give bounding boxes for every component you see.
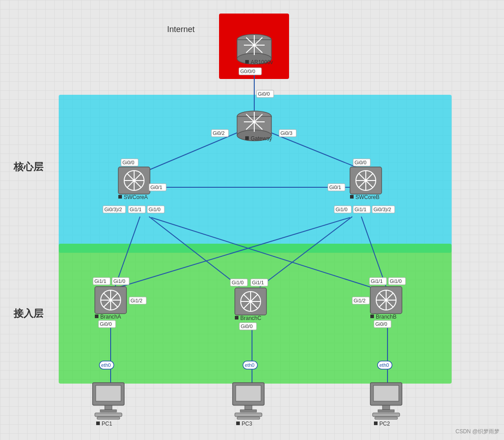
svg-text:Gi1/1: Gi1/1 <box>130 207 141 212</box>
svg-line-9 <box>120 218 350 287</box>
svg-line-8 <box>361 217 386 287</box>
svg-text:BranchA: BranchA <box>100 314 121 320</box>
svg-text:BranchB: BranchB <box>376 314 397 320</box>
diagram-svg: AR1000v G0/0/0 Gi0/0 Gateway Gi0/2 Gi0/3 <box>0 0 504 440</box>
svg-rect-136 <box>236 385 261 401</box>
svg-text:Gi0/0: Gi0/0 <box>258 91 270 97</box>
svg-text:Gi1/1: Gi1/1 <box>355 207 366 212</box>
svg-text:Gi1/0: Gi1/0 <box>149 207 160 212</box>
svg-rect-33 <box>245 136 249 140</box>
svg-rect-138 <box>240 410 257 412</box>
svg-rect-144 <box>373 385 399 401</box>
svg-text:Gi1/0: Gi1/0 <box>232 280 243 285</box>
svg-rect-130 <box>100 410 117 412</box>
svg-text:Gi0/0: Gi0/0 <box>241 324 252 329</box>
svg-text:eth0: eth0 <box>379 362 389 368</box>
svg-text:Gi1/0: Gi1/0 <box>336 207 347 212</box>
svg-text:G0/0/0: G0/0/0 <box>240 69 255 74</box>
svg-rect-129 <box>105 405 112 410</box>
svg-text:Gi1/0: Gi1/0 <box>113 278 125 284</box>
watermark: CSDN @织梦雨梦 <box>455 428 499 435</box>
svg-rect-145 <box>383 405 390 410</box>
svg-text:eth0: eth0 <box>245 362 254 368</box>
svg-text:Gi0/0: Gi0/0 <box>375 321 387 327</box>
svg-rect-20 <box>245 60 249 64</box>
svg-text:Gi0/0: Gi0/0 <box>355 160 366 165</box>
svg-rect-140 <box>237 417 260 419</box>
svg-text:Gi1/2: Gi1/2 <box>131 298 142 303</box>
svg-line-4 <box>149 217 239 287</box>
svg-text:SWCoreA: SWCoreA <box>124 194 148 200</box>
svg-text:Gateway: Gateway <box>251 135 272 142</box>
svg-text:Gi1/1: Gi1/1 <box>94 278 106 284</box>
svg-rect-141 <box>236 421 240 425</box>
svg-text:Gi1/2: Gi1/2 <box>354 298 365 303</box>
svg-text:Gi0/3)/2: Gi0/3)/2 <box>104 207 122 212</box>
svg-text:PC1: PC1 <box>102 421 112 427</box>
svg-text:PC2: PC2 <box>379 421 390 427</box>
svg-text:eth0: eth0 <box>101 362 111 368</box>
svg-text:Gi0/3)/2: Gi0/3)/2 <box>373 207 391 212</box>
svg-text:Gi0/1: Gi0/1 <box>150 185 162 190</box>
svg-line-1 <box>140 131 242 174</box>
svg-text:Gi1/0: Gi1/0 <box>390 278 401 284</box>
svg-rect-45 <box>118 195 122 199</box>
svg-rect-63 <box>350 195 354 199</box>
svg-line-5 <box>115 217 140 287</box>
svg-text:Gi0/0: Gi0/0 <box>100 321 112 327</box>
svg-rect-133 <box>96 421 100 425</box>
svg-text:BranchC: BranchC <box>240 315 261 321</box>
svg-rect-147 <box>373 413 400 417</box>
svg-rect-99 <box>235 316 238 320</box>
svg-rect-139 <box>235 413 262 417</box>
svg-text:Gi1/1: Gi1/1 <box>371 278 383 284</box>
svg-text:AR1000v: AR1000v <box>251 59 273 65</box>
svg-rect-146 <box>378 410 394 412</box>
svg-text:Gi0/3: Gi0/3 <box>280 130 292 136</box>
svg-rect-148 <box>375 417 397 419</box>
svg-rect-132 <box>97 417 120 419</box>
svg-rect-137 <box>245 405 252 410</box>
svg-rect-128 <box>96 385 121 401</box>
svg-text:Gi0/1: Gi0/1 <box>329 185 341 190</box>
svg-text:Gi0/0: Gi0/0 <box>122 160 134 165</box>
svg-rect-81 <box>95 315 98 318</box>
main-container: 核心层 接入层 Internet <box>0 0 504 440</box>
svg-rect-115 <box>370 315 374 318</box>
svg-text:Gi0/2: Gi0/2 <box>213 130 224 136</box>
svg-text:SWCoreB: SWCoreB <box>355 194 379 200</box>
svg-rect-131 <box>95 413 122 417</box>
svg-rect-149 <box>374 421 378 425</box>
svg-text:Gi1/1: Gi1/1 <box>252 280 264 285</box>
svg-text:PC3: PC3 <box>242 421 252 427</box>
